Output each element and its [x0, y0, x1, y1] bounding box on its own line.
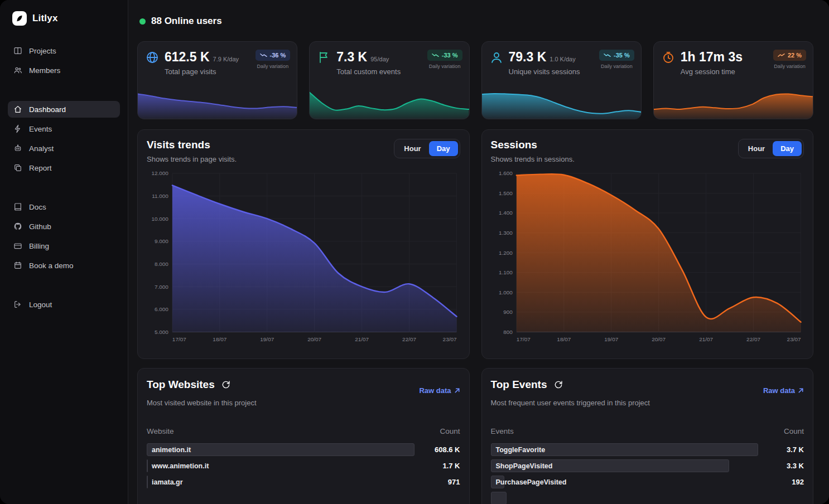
sidebar-item-events[interactable]: Events [8, 120, 120, 137]
credit-card-icon [13, 241, 22, 250]
nav-group-analytics: Dashboard Events Analyst Report [8, 101, 120, 176]
stat-value: 612.5 K [165, 50, 210, 65]
session-time-sparkline [654, 83, 813, 119]
row-count: 192 [764, 478, 804, 486]
sidebar-item-book-a-demo[interactable]: Book a demo [8, 257, 120, 274]
svg-text:20/07: 20/07 [652, 336, 666, 342]
sidebar-item-label: Book a demo [29, 261, 74, 270]
table-row[interactable]: iamata.gr 971 [147, 476, 460, 488]
sidebar-item-dashboard[interactable]: Dashboard [8, 101, 120, 118]
svg-text:5.000: 5.000 [155, 329, 168, 335]
stat-value: 1h 17m 3s [681, 50, 743, 65]
row-count: 971 [420, 478, 460, 486]
table-row[interactable]: animetion.it 608.6 K [147, 443, 460, 456]
sidebar-item-docs[interactable]: Docs [8, 198, 120, 215]
badge-caption: Daily variation [257, 64, 289, 69]
visits-trends-chart: 5.0006.0007.0008.0009.00010.00011.00012.… [147, 169, 460, 345]
trend-down-icon [432, 53, 439, 57]
day-toggle-button[interactable]: Day [429, 141, 458, 156]
panel-subtitle: Shows trends in sessions. [491, 155, 575, 163]
svg-text:1.000: 1.000 [498, 289, 512, 295]
sessions-panel: Sessions Shows trends in sessions. Hour … [481, 129, 814, 359]
sidebar-item-billing[interactable]: Billing [8, 238, 120, 254]
table-column-headers: Events Count [491, 427, 804, 435]
day-toggle-button[interactable]: Day [773, 141, 802, 156]
brand-logo: Litlyx [12, 11, 120, 26]
column-header-count: Count [440, 427, 460, 435]
table-row[interactable]: ShopPageVisited 3.3 K [491, 459, 804, 472]
logout-icon [13, 300, 22, 309]
page-visits-sparkline [138, 83, 297, 119]
dashboard-icon [13, 105, 22, 114]
badge-caption: Daily variation [601, 64, 633, 69]
sidebar-item-label: Dashboard [29, 105, 66, 114]
sidebar-item-logout[interactable]: Logout [8, 296, 120, 313]
sidebar-item-label: Logout [29, 301, 52, 309]
daily-variation-badge: -36 % [256, 50, 291, 61]
visits-trends-panel: Visits trends Shows trends in page visit… [137, 129, 470, 359]
svg-text:800: 800 [503, 329, 513, 335]
unique-sessions-sparkline [482, 83, 641, 119]
trend-up-icon [778, 53, 785, 57]
svg-text:1.200: 1.200 [498, 250, 512, 256]
stat-rate: 1.0 K/day [550, 56, 575, 62]
external-arrow-icon [454, 387, 460, 394]
table-row[interactable]: www.animetion.it 1.7 K [147, 459, 460, 472]
report-icon [13, 163, 22, 172]
svg-text:1.500: 1.500 [498, 190, 512, 196]
panel-subtitle: Most visited website in this project [147, 399, 460, 407]
clock-icon [662, 51, 675, 76]
svg-text:21/07: 21/07 [699, 336, 713, 342]
svg-text:10.000: 10.000 [151, 216, 168, 222]
trend-charts-row: Visits trends Shows trends in page visit… [137, 129, 813, 359]
bot-icon [13, 144, 22, 153]
sidebar-item-label: Projects [29, 47, 56, 55]
top-websites-panel: Top Websites Raw data Most visited websi… [137, 368, 470, 504]
svg-text:900: 900 [503, 309, 513, 315]
sessions-chart: 8009001.0001.1001.2001.3001.4001.5001.60… [491, 169, 804, 345]
table-row[interactable]: PurchasePageVisited 192 [491, 476, 804, 488]
stats-row: 612.5 K 7.9 K/day Total page visits -36 … [137, 41, 813, 119]
svg-text:18/07: 18/07 [213, 336, 226, 342]
external-arrow-icon [798, 387, 804, 394]
hour-toggle-button[interactable]: Hour [396, 141, 428, 156]
projects-icon [13, 46, 22, 55]
badge-caption: Daily variation [429, 64, 461, 69]
globe-icon [146, 51, 159, 76]
svg-text:1.400: 1.400 [498, 210, 512, 216]
hour-toggle-button[interactable]: Hour [740, 141, 773, 156]
row-bar-track: ToggleFavorite [491, 443, 759, 456]
sidebar-item-analyst[interactable]: Analyst [8, 140, 120, 157]
stat-rate: 7.9 K/day [213, 56, 239, 62]
refresh-icon[interactable] [221, 380, 230, 389]
badge-value: -35 % [614, 52, 630, 59]
row-label: iamata.gr [152, 478, 183, 486]
custom-events-sparkline [310, 83, 469, 119]
sidebar-item-projects[interactable]: Projects [8, 42, 120, 59]
members-icon [13, 66, 22, 75]
row-label: PurchasePageVisited [496, 478, 567, 486]
svg-text:19/07: 19/07 [604, 336, 618, 342]
online-users-label: 88 Online users [151, 16, 222, 27]
online-status-dot [139, 18, 146, 25]
row-bar-track: ShopPageVisited [491, 459, 759, 472]
table-row[interactable] [491, 492, 804, 504]
stat-card-avg-session-time: 1h 17m 3s Avg session time 22 % Daily va… [653, 41, 813, 119]
table-row[interactable]: ToggleFavorite 3.7 K [491, 443, 804, 456]
sidebar-item-label: Analyst [29, 144, 54, 153]
refresh-icon[interactable] [554, 380, 563, 389]
sidebar-item-label: Events [29, 125, 52, 133]
row-bar [147, 476, 148, 488]
online-users-status: 88 Online users [139, 16, 813, 27]
sidebar-item-report[interactable]: Report [8, 159, 120, 176]
badge-caption: Daily variation [774, 64, 806, 69]
svg-text:9.000: 9.000 [155, 238, 168, 244]
raw-data-link[interactable]: Raw data [763, 386, 804, 395]
raw-data-link[interactable]: Raw data [419, 386, 460, 395]
sidebar-item-label: Docs [29, 203, 46, 211]
svg-text:1.600: 1.600 [498, 170, 512, 176]
sidebar-item-members[interactable]: Members [8, 62, 120, 79]
row-bar-track [491, 492, 759, 504]
sidebar-item-github[interactable]: Github [8, 218, 120, 235]
brand-name: Litlyx [32, 13, 58, 24]
